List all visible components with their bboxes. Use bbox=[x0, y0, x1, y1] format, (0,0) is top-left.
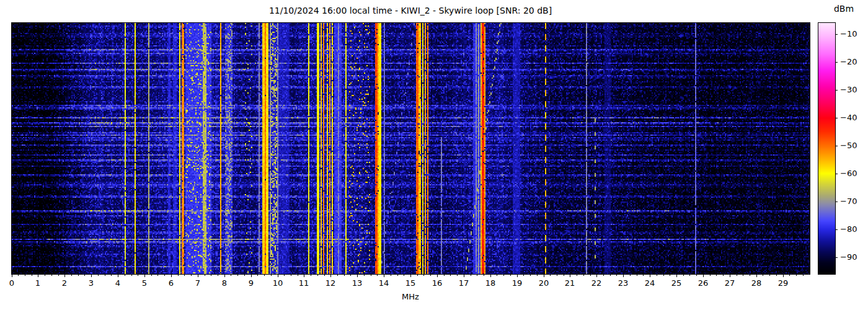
x-minor-tick bbox=[25, 274, 25, 276]
x-minor-tick bbox=[497, 274, 497, 276]
x-minor-tick bbox=[138, 274, 138, 276]
x-minor-tick bbox=[577, 274, 577, 276]
x-minor-tick bbox=[696, 274, 697, 276]
x-minor-tick bbox=[364, 274, 365, 276]
x-major-tick bbox=[596, 274, 597, 277]
colorbar-gradient-canvas bbox=[818, 22, 836, 275]
x-major-tick bbox=[756, 274, 757, 277]
colorbar-tick bbox=[835, 62, 838, 63]
x-major-tick bbox=[330, 274, 331, 277]
x-minor-tick bbox=[317, 274, 318, 276]
colorbar-tick-label: −60 bbox=[840, 169, 857, 178]
x-axis-label: MHz bbox=[402, 292, 419, 301]
colorbar-tick-label: −80 bbox=[840, 224, 857, 234]
x-minor-tick bbox=[663, 274, 664, 276]
x-tick-label: 5 bbox=[142, 278, 147, 288]
x-minor-tick bbox=[391, 274, 391, 276]
x-tick-label: 21 bbox=[565, 278, 575, 288]
colorbar-tick-label: −70 bbox=[840, 197, 857, 206]
x-tick-label: 26 bbox=[698, 278, 709, 288]
x-minor-tick bbox=[457, 274, 458, 276]
x-major-tick bbox=[91, 274, 92, 277]
x-minor-tick bbox=[803, 274, 804, 276]
x-minor-tick bbox=[450, 274, 451, 276]
colorbar-tick bbox=[835, 174, 838, 174]
x-minor-tick bbox=[18, 274, 19, 276]
x-minor-tick bbox=[444, 274, 445, 276]
x-minor-tick bbox=[231, 274, 231, 276]
x-minor-tick bbox=[616, 274, 617, 276]
x-tick-label: 2 bbox=[62, 278, 67, 288]
x-minor-tick bbox=[716, 274, 717, 276]
x-minor-tick bbox=[32, 274, 32, 276]
x-major-tick bbox=[12, 274, 12, 277]
x-minor-tick bbox=[157, 274, 158, 276]
x-minor-tick bbox=[51, 274, 52, 276]
x-tick-label: 23 bbox=[618, 278, 629, 288]
x-minor-tick bbox=[737, 274, 737, 276]
x-minor-tick bbox=[789, 274, 790, 276]
x-minor-tick bbox=[683, 274, 684, 276]
x-tick-label: 20 bbox=[539, 278, 549, 288]
x-minor-tick bbox=[550, 274, 551, 276]
x-minor-tick bbox=[164, 274, 165, 276]
x-minor-tick bbox=[45, 274, 45, 276]
x-minor-tick bbox=[471, 274, 471, 276]
x-minor-tick bbox=[610, 274, 611, 276]
x-minor-tick bbox=[125, 274, 125, 276]
spectrogram-page: { "chart_data": { "type": "heatmap", "ti… bbox=[0, 0, 868, 310]
chart-title: 11/10/2024 16:00 local time - KIWI_2 - S… bbox=[269, 6, 552, 16]
x-minor-tick bbox=[271, 274, 272, 276]
x-minor-tick bbox=[264, 274, 265, 276]
x-major-tick bbox=[703, 274, 704, 277]
x-minor-tick bbox=[131, 274, 132, 276]
x-major-tick bbox=[118, 274, 118, 277]
colorbar-tick bbox=[835, 118, 838, 118]
colorbar-tick bbox=[835, 202, 838, 202]
x-major-tick bbox=[304, 274, 304, 277]
x-tick-label: 27 bbox=[725, 278, 735, 288]
colorbar-title: dBm bbox=[834, 4, 854, 14]
x-minor-tick bbox=[324, 274, 325, 276]
x-minor-tick bbox=[503, 274, 504, 276]
x-tick-label: 13 bbox=[352, 278, 363, 288]
x-tick-label: 9 bbox=[249, 278, 254, 288]
x-minor-tick bbox=[205, 274, 205, 276]
x-tick-label: 8 bbox=[222, 278, 227, 288]
colorbar-tick bbox=[835, 90, 838, 91]
x-major-tick bbox=[251, 274, 252, 277]
x-minor-tick bbox=[523, 274, 524, 276]
x-minor-tick bbox=[337, 274, 338, 276]
x-major-tick bbox=[410, 274, 411, 277]
x-minor-tick bbox=[218, 274, 218, 276]
x-tick-label: 29 bbox=[778, 278, 789, 288]
x-minor-tick bbox=[689, 274, 690, 276]
colorbar-tick-label: −50 bbox=[840, 141, 857, 150]
x-minor-tick bbox=[105, 274, 105, 276]
x-minor-tick bbox=[298, 274, 298, 276]
x-major-tick bbox=[650, 274, 650, 277]
x-tick-label: 0 bbox=[9, 278, 14, 288]
x-tick-label: 11 bbox=[299, 278, 309, 288]
x-minor-tick bbox=[211, 274, 211, 276]
x-tick-label: 28 bbox=[751, 278, 762, 288]
x-tick-label: 7 bbox=[195, 278, 200, 288]
x-major-tick bbox=[38, 274, 38, 277]
colorbar-tick-label: −40 bbox=[840, 113, 857, 122]
x-minor-tick bbox=[430, 274, 431, 276]
x-minor-tick bbox=[776, 274, 777, 276]
x-major-tick bbox=[278, 274, 278, 277]
x-major-tick bbox=[357, 274, 358, 277]
x-major-tick bbox=[783, 274, 784, 277]
x-tick-label: 24 bbox=[645, 278, 655, 288]
x-minor-tick bbox=[657, 274, 657, 276]
x-minor-tick bbox=[350, 274, 351, 276]
x-tick-label: 15 bbox=[405, 278, 416, 288]
x-major-tick bbox=[676, 274, 677, 277]
x-tick-label: 22 bbox=[591, 278, 602, 288]
x-minor-tick bbox=[723, 274, 724, 276]
x-major-tick bbox=[224, 274, 225, 277]
x-minor-tick bbox=[583, 274, 584, 276]
x-minor-tick bbox=[371, 274, 371, 276]
x-tick-label: 17 bbox=[459, 278, 469, 288]
